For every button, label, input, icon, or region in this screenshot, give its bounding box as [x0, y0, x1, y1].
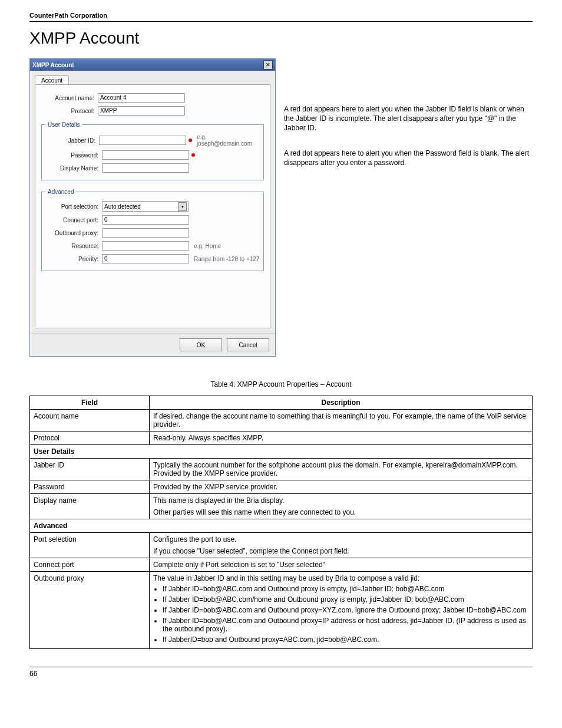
annotations: A red dot appears here to alert you when…	[284, 58, 533, 183]
page-title: XMPP Account	[29, 29, 533, 48]
jabber-id-field[interactable]	[99, 136, 186, 145]
resource-label: Resource:	[45, 243, 98, 249]
dialog-title: XMPP Account	[32, 62, 74, 68]
table-row: Connect port Complete only if Port selec…	[30, 558, 533, 572]
dialog-titlebar: XMPP Account ✕	[30, 59, 275, 71]
chevron-down-icon: ▾	[178, 202, 187, 211]
table-row: Protocol Read-only. Always specifies XMP…	[30, 431, 533, 445]
port-selection-value: Auto detected	[104, 203, 141, 210]
table-row: Display name This name is displayed in t…	[30, 494, 533, 519]
outbound-proxy-label: Outbound proxy:	[45, 230, 98, 236]
advanced-legend: Advanced	[45, 189, 76, 195]
display-name-label: Display Name:	[45, 165, 98, 172]
page-header: CounterPath Corporation	[29, 12, 533, 22]
close-icon[interactable]: ✕	[263, 60, 273, 70]
table-row: Password Provided by the XMPP service pr…	[30, 480, 533, 494]
table-section-row: Advanced	[30, 519, 533, 533]
jabber-id-label: Jabber ID:	[45, 137, 95, 144]
table-row: Jabber ID Typically the account number f…	[30, 459, 533, 480]
ok-button[interactable]: OK	[180, 338, 222, 351]
annotation-password: A red dot appears here to alert you when…	[284, 149, 533, 167]
annotation-jabber: A red dot appears here to alert you when…	[284, 104, 533, 133]
table-row: Account name If desired, change the acco…	[30, 410, 533, 431]
priority-hint: Range from -128 to +127	[194, 256, 259, 262]
account-name-label: Account name:	[41, 95, 94, 101]
page-footer: 66	[29, 667, 533, 678]
port-selection-label: Port selection:	[45, 203, 98, 210]
resource-field[interactable]	[102, 241, 189, 251]
priority-label: Priority:	[45, 256, 98, 262]
password-field[interactable]	[102, 150, 189, 160]
port-selection-select[interactable]: Auto detected ▾	[102, 201, 189, 212]
connect-port-label: Connect port:	[45, 217, 98, 223]
table-row: Port selection Configures the port to us…	[30, 533, 533, 558]
outbound-proxy-field[interactable]	[102, 228, 189, 238]
protocol-field: XMPP	[98, 106, 185, 116]
user-details-legend: User Details	[45, 121, 82, 128]
table-section-row: User Details	[30, 445, 533, 459]
dialog-footer: OK Cancel	[30, 333, 275, 356]
cancel-button[interactable]: Cancel	[227, 338, 269, 351]
table-row: Outbound proxy The value in Jabber ID an…	[30, 572, 533, 649]
th-field: Field	[30, 396, 150, 410]
resource-hint: e.g. Home	[194, 243, 221, 249]
alert-dot-icon	[189, 139, 192, 142]
protocol-label: Protocol:	[41, 108, 94, 114]
user-details-fieldset: User Details Jabber ID: e.g. joseph@doma…	[41, 121, 264, 180]
jabber-id-hint: e.g. joseph@domain.com	[197, 134, 260, 147]
tab-content: Account name: Account 4 Protocol: XMPP U…	[35, 84, 270, 328]
table-caption: Table 4: XMPP Account Properties – Accou…	[29, 380, 533, 388]
account-name-field[interactable]: Account 4	[98, 93, 185, 103]
xmpp-account-dialog: XMPP Account ✕ Account Account name: Acc…	[29, 58, 276, 357]
alert-dot-icon	[191, 153, 195, 157]
dialog-and-annotations: XMPP Account ✕ Account Account name: Acc…	[29, 58, 533, 357]
priority-field[interactable]: 0	[102, 254, 189, 263]
advanced-fieldset: Advanced Port selection: Auto detected ▾…	[41, 189, 264, 271]
th-description: Description	[150, 396, 533, 410]
connect-port-field[interactable]: 0	[102, 215, 189, 225]
properties-table: Field Description Account name If desire…	[29, 396, 533, 649]
display-name-field[interactable]	[102, 163, 189, 173]
password-label: Password:	[45, 152, 98, 159]
tab-account[interactable]: Account	[35, 75, 69, 85]
